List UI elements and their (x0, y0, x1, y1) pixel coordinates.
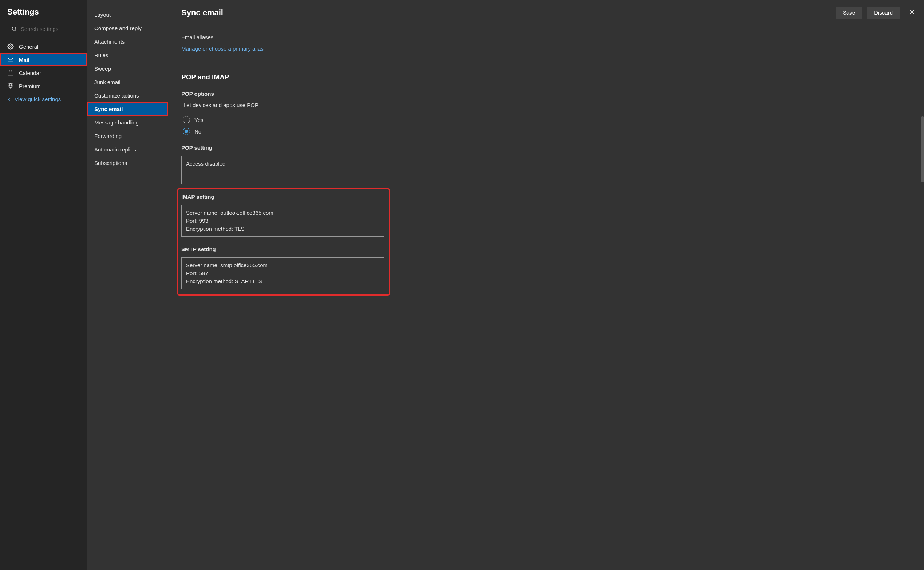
sidebar-item-label: Premium (19, 83, 41, 89)
pop-option-yes[interactable]: Yes (183, 114, 502, 126)
pop-setting-heading: POP setting (181, 144, 502, 151)
subnav-subscriptions[interactable]: Subscriptions (87, 156, 168, 170)
smtp-setting-heading: SMTP setting (181, 246, 386, 252)
email-aliases-section: Email aliases Manage or choose a primary… (181, 34, 502, 52)
subnav-automatic-replies[interactable]: Automatic replies (87, 142, 168, 156)
calendar-icon (7, 69, 14, 76)
search-icon (11, 26, 17, 32)
sidebar-item-general[interactable]: General (0, 40, 87, 53)
radio-circle (183, 116, 190, 123)
imap-setting-heading: IMAP setting (181, 194, 386, 200)
sidebar-item-label: Mail (19, 57, 29, 63)
close-icon (909, 9, 915, 15)
svg-point-0 (12, 27, 16, 30)
subnav-customize-actions[interactable]: Customize actions (87, 89, 168, 102)
sidebar-item-mail[interactable]: Mail (0, 53, 87, 66)
content-header: Sync email Save Discard (168, 0, 924, 26)
settings-sidebar: Settings General Mail Calendar Premium V… (0, 0, 87, 570)
pop-setting-box: Access disabled (181, 156, 385, 184)
smtp-setting-box: Server name: smtp.office365.com Port: 58… (181, 257, 385, 289)
pop-imap-section: POP and IMAP POP options Let devices and… (181, 73, 502, 294)
scrollbar-thumb[interactable] (921, 116, 924, 182)
diamond-icon (7, 83, 14, 89)
svg-rect-4 (8, 71, 13, 75)
radio-label: Yes (195, 117, 203, 123)
pop-options-heading: POP options (181, 90, 502, 97)
imap-setting-box: Server name: outlook.office365.com Port:… (181, 205, 385, 237)
mail-subnav: Layout Compose and reply Attachments Rul… (87, 0, 168, 570)
gear-icon (7, 43, 14, 50)
email-aliases-heading: Email aliases (181, 34, 502, 40)
chevron-left-icon (6, 97, 12, 102)
mail-icon (7, 57, 14, 63)
content-pane: Sync email Save Discard Email aliases Ma… (168, 0, 924, 570)
radio-circle (183, 128, 190, 135)
pop-options-desc: Let devices and apps use POP (181, 102, 502, 108)
discard-button[interactable]: Discard (867, 6, 900, 18)
svg-rect-3 (8, 58, 13, 62)
sidebar-item-calendar[interactable]: Calendar (0, 66, 87, 79)
settings-title: Settings (0, 5, 87, 23)
subnav-sync-email[interactable]: Sync email (87, 102, 168, 116)
sidebar-item-label: General (19, 44, 38, 50)
search-settings-box[interactable] (6, 23, 80, 35)
sidebar-item-premium[interactable]: Premium (0, 79, 87, 92)
subnav-rules[interactable]: Rules (87, 48, 168, 62)
imap-setting-group: IMAP setting Server name: outlook.office… (181, 194, 386, 237)
pop-option-no[interactable]: No (183, 126, 502, 137)
subnav-message-handling[interactable]: Message handling (87, 116, 168, 129)
subnav-attachments[interactable]: Attachments (87, 35, 168, 48)
subnav-layout[interactable]: Layout (87, 8, 168, 21)
manage-alias-link[interactable]: Manage or choose a primary alias (181, 46, 264, 52)
pop-options-radio-group: Yes No (181, 114, 502, 137)
subnav-forwarding[interactable]: Forwarding (87, 129, 168, 142)
search-settings-input[interactable] (21, 26, 75, 32)
subnav-compose-reply[interactable]: Compose and reply (87, 21, 168, 35)
svg-point-2 (10, 46, 12, 48)
svg-line-1 (15, 30, 16, 31)
pop-setting-group: POP setting Access disabled (181, 144, 502, 184)
radio-label: No (195, 129, 201, 135)
sidebar-item-label: Calendar (19, 70, 41, 76)
imap-smtp-highlight: IMAP setting Server name: outlook.office… (178, 189, 389, 294)
quick-link-label: View quick settings (15, 96, 61, 102)
page-title: Sync email (181, 8, 223, 17)
view-quick-settings-link[interactable]: View quick settings (0, 92, 87, 106)
pop-imap-heading: POP and IMAP (181, 73, 502, 81)
subnav-sweep[interactable]: Sweep (87, 62, 168, 75)
close-button[interactable] (907, 6, 918, 18)
smtp-setting-group: SMTP setting Server name: smtp.office365… (181, 246, 386, 289)
content-body: Email aliases Manage or choose a primary… (168, 26, 924, 570)
section-divider (181, 64, 502, 64)
save-button[interactable]: Save (835, 6, 863, 18)
subnav-junk-email[interactable]: Junk email (87, 75, 168, 89)
